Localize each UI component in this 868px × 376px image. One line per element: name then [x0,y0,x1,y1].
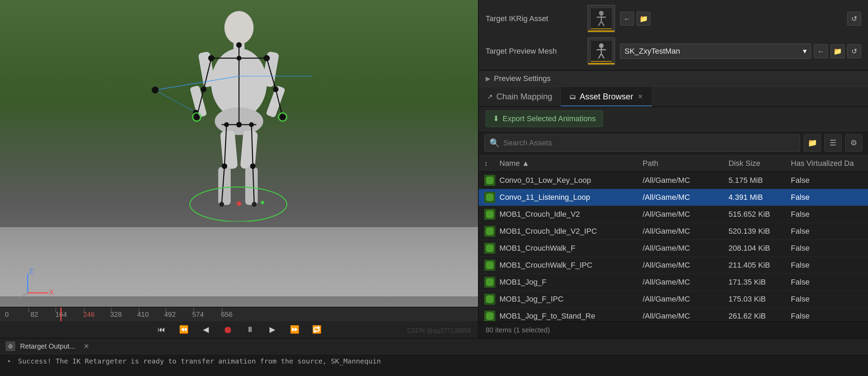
table-row[interactable]: Convo_01_Low_Key_Loop /All/Game/MC 5.175… [479,172,868,189]
svg-point-40 [252,202,257,207]
preview-settings-arrow: ▶ [486,75,490,82]
sort-asc-icon: ▲ [522,159,530,168]
pause-button[interactable]: ⏸ [242,322,258,337]
row-virtual-cell: False [791,244,862,253]
record-button[interactable]: ⏺ [220,322,236,337]
preview-mesh-dropdown-value: SK_ZxyTestMan [625,47,680,56]
name-sort-button[interactable]: Name ▲ [499,159,643,168]
preview-mesh-dropdown[interactable]: SK_ZxyTestMan ▾ [620,44,811,59]
character-viewport-area [118,7,360,222]
svg-line-57 [601,21,604,26]
row-icon-col [484,277,499,288]
timeline-ruler[interactable]: 0 82 164 246 328 410 492 574 656 [0,307,478,321]
loop-button[interactable]: 🔁 [309,322,324,337]
target-preview-thumbnail [587,37,615,65]
row-virtual-cell: False [791,278,862,287]
table-row[interactable]: MOB1_Jog_F /All/Game/MC 171.35 KiB False [479,274,868,291]
table-row[interactable]: MOB1_Jog_F_IPC /All/Game/MC 175.03 KiB F… [479,291,868,308]
animation-icon-inner [486,227,494,235]
animation-file-icon [484,226,495,237]
row-virtual-cell: False [791,210,862,219]
svg-point-46 [237,201,241,206]
row-disksize-cell: 515.652 KiB [728,210,791,219]
tab-chain-mapping[interactable]: ↗ Chain Mapping [479,87,561,106]
search-input[interactable] [503,138,795,147]
step-back-button[interactable]: ⏪ [176,322,191,337]
row-icon-col [484,175,499,186]
animation-name: MOB1_Crouch_Idle_V2_IPC [499,227,597,235]
svg-text:Z: Z [29,269,33,275]
row-icon-col [484,260,499,271]
asset-browser-content: ⬇ Export Selected Animations 🔍 📁 ☰ ⚙ ↕ [479,107,868,338]
svg-point-38 [250,163,256,169]
header-name-col[interactable]: Name ▲ [499,159,643,168]
animation-icon-inner [486,194,494,201]
output-panel-title: Retarget Output... [20,342,75,350]
svg-line-25 [155,90,196,113]
row-virtual-cell: False [791,261,862,270]
table-row[interactable]: MOB1_Jog_F_to_Stand_Re /All/Game/MC 261.… [479,308,868,321]
ikrig-reset-button[interactable]: ↺ [847,12,861,26]
row-disksize-cell: 4.391 MiB [728,193,791,202]
preview-settings-header[interactable]: ▶ Preview Settings [479,71,868,87]
ikrig-browse-left-button[interactable]: ← [620,12,634,26]
preview-browse-left-button[interactable]: ← [814,44,828,58]
svg-point-37 [222,163,227,169]
animation-name: MOB1_Jog_F_IPC [499,295,564,303]
row-disksize-cell: 208.104 KiB [728,244,791,253]
sort-icon: ↕ [484,160,488,167]
output-panel: ⚙ Retarget Output... ✕ • Success! The IK… [0,338,868,376]
output-panel-close[interactable]: ✕ [83,342,89,350]
timeline-bar[interactable]: 0 82 164 246 328 410 492 574 656 [0,307,478,338]
chain-mapping-tab-label: Chain Mapping [496,92,552,101]
export-selected-button[interactable]: ⬇ Export Selected Animations [486,110,603,127]
svg-point-28 [208,55,214,61]
filter-options-button[interactable]: ☰ [824,134,842,152]
row-name-cell: MOB1_Crouch_Idle_V2_IPC [499,227,643,236]
viewport-floor [0,227,478,296]
row-disksize-cell: 211.405 KiB [728,261,791,270]
play-forward-button[interactable]: ▶ [265,322,280,337]
marker-574: 574 [192,311,204,319]
search-input-wrap: 🔍 [484,134,800,152]
filter-folder-button[interactable]: 📁 [804,134,821,152]
animation-file-icon [484,243,495,254]
skip-start-button[interactable]: ⏮ [154,322,169,337]
table-row[interactable]: MOB1_CrouchWalk_F_IPC /All/Game/MC 211.4… [479,257,868,274]
status-bar: 80 items (1 selected) [479,321,868,338]
animation-disksize: 515.652 KiB [728,210,770,218]
search-bar: 🔍 📁 ☰ ⚙ [479,131,868,155]
step-forward-button[interactable]: ⏩ [287,322,302,337]
animation-file-icon [484,209,495,220]
table-rows: Convo_01_Low_Key_Loop /All/Game/MC 5.175… [479,172,868,321]
svg-point-35 [224,122,229,127]
animation-virtualized: False [791,227,809,235]
row-path-cell: /All/Game/MC [643,278,728,287]
table-row[interactable]: MOB1_Crouch_Idle_V2_IPC /All/Game/MC 520… [479,223,868,240]
ikrig-thumb-inner [591,8,612,29]
preview-folder-button[interactable]: 📁 [831,44,844,58]
preview-reset-button[interactable]: ↺ [847,44,861,58]
tab-asset-browser[interactable]: 🗂 Asset Browser ✕ [561,87,652,106]
svg-line-52 [17,293,28,300]
row-virtual-cell: False [791,312,862,321]
animation-virtualized: False [791,244,809,252]
svg-point-26 [236,42,242,48]
table-row[interactable]: MOB1_CrouchWalk_F /All/Game/MC 208.104 K… [479,240,868,257]
svg-point-53 [599,11,603,15]
animation-disksize: 4.391 MiB [728,193,763,202]
svg-line-56 [599,21,601,26]
animation-icon-inner [486,244,494,252]
animation-path: /All/Game/MC [643,261,690,269]
table-row[interactable]: Convo_11_Listening_Loop /All/Game/MC 4.3… [479,189,868,206]
asset-browser-close-button[interactable]: ✕ [637,93,644,100]
animation-icon-inner [486,278,494,286]
animation-name: MOB1_CrouchWalk_F [499,244,575,252]
settings-button[interactable]: ⚙ [845,134,862,152]
play-back-button[interactable]: ◀ [198,322,213,337]
asset-table[interactable]: ↕ Name ▲ Path Disk Size [479,155,868,321]
row-icon-col [484,226,499,237]
table-row[interactable]: MOB1_Crouch_Idle_V2 /All/Game/MC 515.652… [479,206,868,223]
timeline-controls: ⏮ ⏪ ◀ ⏺ ⏸ ▶ ⏩ 🔁 [0,321,478,338]
ikrig-folder-button[interactable]: 📁 [637,12,650,26]
